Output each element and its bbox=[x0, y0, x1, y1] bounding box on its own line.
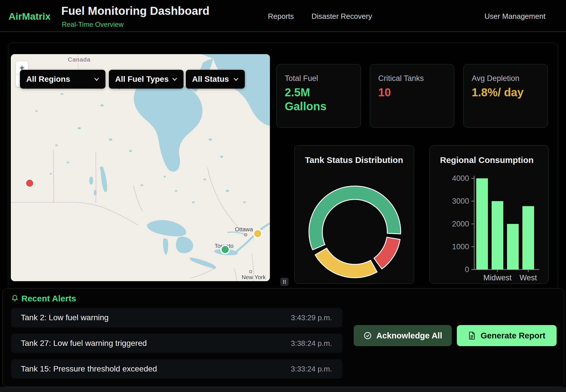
x-tick-label: Midwest bbox=[483, 273, 512, 282]
alert-text: Tank 15: Pressure threshold exceeded bbox=[21, 364, 157, 373]
check-circle-icon bbox=[363, 331, 372, 340]
page-bottom-strip bbox=[0, 387, 566, 392]
map-resize-handle[interactable] bbox=[280, 278, 288, 286]
alert-row[interactable]: Tank 15: Pressure threshold exceeded 3:3… bbox=[11, 359, 342, 379]
status-filter-dropdown[interactable]: All Status bbox=[186, 70, 245, 89]
total-fuel-value: 2.5M Gallons bbox=[285, 85, 352, 113]
tank-status-chart-card: Tank Status Distribution bbox=[294, 145, 414, 284]
fuel-type-filter-dropdown[interactable]: All Fuel Types bbox=[109, 70, 184, 89]
recent-alerts-title: Recent Alerts bbox=[21, 294, 76, 303]
drag-dots-icon bbox=[282, 279, 287, 284]
y-tick-label: 4000 bbox=[452, 174, 469, 183]
app-logo: AirMatrix bbox=[9, 11, 50, 22]
region-filter-dropdown[interactable]: All Regions bbox=[20, 70, 105, 89]
regional-consumption-chart-card: Regional Consumption 01000200030004000Mi… bbox=[429, 145, 549, 284]
document-icon bbox=[468, 331, 476, 340]
alert-text: Tank 27: Low fuel warning triggered bbox=[21, 339, 147, 348]
new-york-town-icon bbox=[250, 271, 252, 273]
bell-icon bbox=[11, 294, 19, 303]
y-tick-label: 3000 bbox=[452, 197, 469, 205]
critical-tanks-card: Critical Tanks 10 bbox=[370, 64, 454, 128]
y-tick-label: 2000 bbox=[452, 220, 469, 228]
critical-tank-marker[interactable] bbox=[26, 179, 34, 187]
y-tick-label: 0 bbox=[465, 265, 469, 274]
donut-segment-critical bbox=[374, 237, 400, 269]
page-title: Fuel Monitoring Dashboard bbox=[61, 5, 209, 17]
avg-depletion-label: Avg Depletion bbox=[472, 74, 520, 83]
chevron-down-icon bbox=[94, 77, 99, 81]
alert-row[interactable]: Tank 2: Low fuel warning 3:43:29 p.m. bbox=[11, 308, 342, 327]
bar-midwest bbox=[492, 201, 503, 270]
generate-report-button[interactable]: Generate Report bbox=[457, 325, 557, 346]
acknowledge-all-button[interactable]: Acknowledge All bbox=[354, 325, 452, 346]
fuel-type-filter-value: All Fuel Types bbox=[115, 75, 169, 84]
generate-report-label: Generate Report bbox=[481, 331, 545, 340]
warning-tank-marker[interactable] bbox=[254, 230, 262, 238]
country-label: Canada bbox=[68, 56, 91, 63]
status-filter-value: All Status bbox=[192, 75, 229, 84]
bar-west bbox=[522, 206, 534, 270]
ottawa-town-icon bbox=[245, 234, 247, 236]
alert-timestamp: 3:43:29 p.m. bbox=[291, 313, 332, 322]
total-fuel-label: Total Fuel bbox=[285, 74, 318, 83]
nav-disaster-recovery[interactable]: Disaster Recovery bbox=[311, 12, 372, 21]
critical-tanks-label: Critical Tanks bbox=[378, 74, 424, 83]
alert-timestamp: 3:38:24 p.m. bbox=[291, 339, 332, 348]
city-label-new-york: New York bbox=[242, 274, 266, 280]
alert-row[interactable]: Tank 27: Low fuel warning triggered 3:38… bbox=[11, 334, 342, 353]
regional-consumption-bar-chart: 01000200030004000MidwestWest bbox=[430, 146, 549, 284]
alert-timestamp: 3:33:24 p.m. bbox=[291, 365, 332, 373]
region-filter-value: All Regions bbox=[26, 75, 70, 84]
alert-text: Tank 2: Low fuel warning bbox=[21, 313, 109, 322]
tank-status-donut-chart bbox=[295, 146, 414, 284]
nav-user-management[interactable]: User Management bbox=[484, 12, 545, 21]
city-label-ottawa: Ottawa bbox=[235, 226, 253, 232]
page-subtitle: Real-Time Overview bbox=[62, 21, 123, 28]
recent-alerts-panel: Recent Alerts Tank 2: Low fuel warning 3… bbox=[2, 288, 564, 387]
critical-tanks-value: 10 bbox=[378, 85, 445, 99]
acknowledge-all-label: Acknowledge All bbox=[376, 331, 442, 340]
bar-region-1 bbox=[476, 178, 488, 270]
donut-segment-warning bbox=[315, 248, 377, 278]
y-tick-label: 1000 bbox=[452, 242, 469, 251]
avg-depletion-card: Avg Depletion 1.8%/ day bbox=[463, 64, 548, 128]
chevron-down-icon bbox=[172, 77, 177, 81]
avg-depletion-value: 1.8%/ day bbox=[472, 85, 539, 99]
normal-tank-marker[interactable] bbox=[221, 246, 229, 254]
map-panel: Canada Ottawa Toronto New York + − All R… bbox=[11, 54, 270, 281]
nav-reports[interactable]: Reports bbox=[268, 12, 294, 21]
header: AirMatrix Fuel Monitoring Dashboard Real… bbox=[0, 0, 566, 32]
x-tick-label: West bbox=[520, 273, 537, 282]
bar-region-3 bbox=[507, 224, 519, 270]
total-fuel-card: Total Fuel 2.5M Gallons bbox=[276, 64, 361, 128]
chevron-down-icon bbox=[233, 77, 239, 81]
